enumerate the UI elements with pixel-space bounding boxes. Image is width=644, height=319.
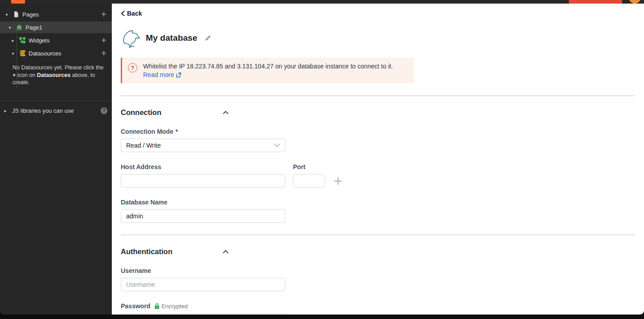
port-label: Port	[293, 163, 325, 170]
hint-text: No Datasources yet. Please click the	[13, 64, 104, 71]
encrypted-tag: Encrypted	[154, 303, 188, 310]
appsmith-logo	[11, 0, 25, 4]
caret-down-icon[interactable]: ▾	[7, 25, 13, 30]
add-datasource-button[interactable]: +	[100, 49, 108, 57]
chevron-up-icon	[223, 111, 229, 115]
help-icon[interactable]: ?	[101, 107, 107, 114]
back-button[interactable]: Back	[121, 10, 142, 17]
bottom-bar	[0, 315, 644, 319]
collapse-connection-button[interactable]	[222, 110, 229, 115]
sidebar-item-label: Widgets	[29, 37, 97, 44]
section-divider	[121, 95, 635, 96]
database-name-label: Database Name	[121, 199, 635, 206]
connection-section-title: Connection	[121, 108, 161, 117]
user-avatar[interactable]	[629, 0, 641, 4]
sidebar-item-label: Page1	[25, 24, 108, 31]
connection-mode-select[interactable]: Read / Write	[121, 139, 285, 152]
deploy-button[interactable]	[569, 0, 622, 4]
host-address-input[interactable]	[121, 174, 285, 187]
datasource-editor: Back My database ?	[112, 4, 644, 315]
chevron-up-icon	[223, 250, 229, 254]
collapse-authentication-button[interactable]	[222, 249, 229, 255]
caret-right-icon[interactable]: ▸	[2, 108, 8, 113]
database-name-input[interactable]	[121, 209, 285, 223]
top-bar	[0, 0, 644, 4]
sidebar-item-label: JS libraries you can use	[12, 107, 97, 114]
port-input[interactable]	[293, 174, 325, 187]
lock-icon	[154, 303, 160, 309]
read-more-label: Read more	[143, 71, 174, 78]
add-page-button[interactable]: +	[100, 10, 108, 18]
hint-bold: Datasources	[37, 72, 71, 78]
tree-indent-line	[17, 30, 17, 89]
username-input[interactable]	[121, 278, 285, 291]
required-asterisk: *	[175, 128, 178, 135]
read-more-link[interactable]: Read more	[143, 71, 182, 78]
caret-down-icon[interactable]: ▾	[10, 51, 16, 56]
connection-mode-label: Connection Mode *	[121, 128, 635, 135]
sidebar-item-label: Pages	[22, 11, 97, 18]
encrypted-label: Encrypted	[161, 303, 188, 310]
edit-name-button[interactable]	[203, 34, 212, 43]
external-link-icon	[176, 72, 182, 78]
hint-text: icon on	[16, 72, 37, 78]
datasource-title: My database	[146, 33, 197, 43]
sidebar-item-label: Datasources	[29, 50, 97, 57]
chevron-left-icon	[121, 11, 125, 16]
app-frame: ▾ Pages + ▾ Page1 ▸ Widgets	[0, 0, 644, 319]
add-endpoint-button[interactable]: +	[331, 175, 345, 187]
selected-option-label: Read / Write	[126, 142, 161, 149]
question-circle-icon: ?	[128, 63, 137, 72]
datasources-empty-hint: No Datasources yet. Please click the + i…	[13, 64, 107, 86]
mysql-logo-icon	[121, 27, 141, 49]
password-label: Password Encrypted	[121, 302, 635, 310]
sidebar-divider	[0, 101, 112, 101]
password-input[interactable]	[121, 313, 285, 315]
authentication-section-title: Authentication	[121, 247, 173, 256]
add-widget-button[interactable]: +	[100, 36, 108, 44]
sidebar-item-js-libraries[interactable]: ▸ JS libraries you can use ?	[0, 105, 112, 117]
page-file-icon	[13, 11, 20, 18]
chevron-down-icon	[274, 144, 280, 147]
whitelist-ip-banner: ? Whitelist the IP 18.223.74.85 and 3.13…	[121, 58, 414, 83]
widgets-icon	[19, 37, 26, 44]
banner-text: Whitelist the IP 18.223.74.85 and 3.131.…	[143, 62, 393, 71]
back-label: Back	[127, 10, 142, 17]
datasources-icon	[19, 50, 26, 57]
host-address-label: Host Address	[121, 163, 285, 170]
username-label: Username	[121, 267, 635, 274]
entity-explorer-sidebar: ▾ Pages + ▾ Page1 ▸ Widgets	[0, 4, 112, 315]
caret-down-icon[interactable]: ▾	[4, 12, 10, 17]
section-divider	[121, 234, 635, 235]
pencil-icon	[204, 34, 212, 42]
label-text: Password	[121, 302, 150, 310]
caret-right-icon[interactable]: ▸	[10, 38, 16, 43]
label-text: Connection Mode	[121, 128, 173, 135]
sidebar-item-pages[interactable]: ▾ Pages +	[0, 9, 112, 20]
